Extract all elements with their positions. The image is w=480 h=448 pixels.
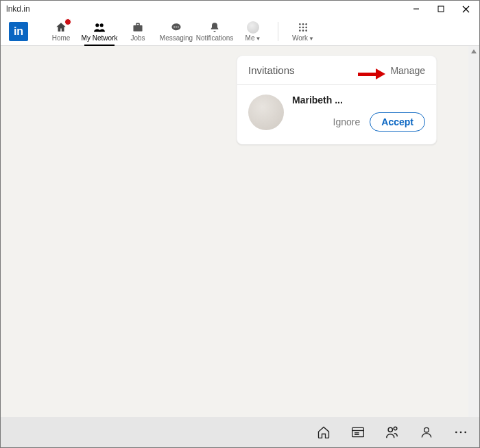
taskbar-home-icon[interactable] <box>316 425 331 440</box>
linkedin-logo[interactable]: in <box>9 22 28 41</box>
nav-divider <box>278 22 278 41</box>
nav-home[interactable]: Home <box>42 17 80 46</box>
svg-marker-21 <box>471 49 477 53</box>
taskbar-people-icon[interactable] <box>385 425 400 440</box>
svg-point-19 <box>302 29 304 32</box>
grid-icon <box>298 21 309 34</box>
window-minimize-button[interactable] <box>404 1 429 16</box>
svg-rect-6 <box>133 25 142 32</box>
svg-point-13 <box>302 23 304 25</box>
window-close-button[interactable] <box>453 1 478 16</box>
top-nav: in Home My Network Jobs Messaging Notifi… <box>1 17 479 46</box>
svg-rect-22 <box>352 427 364 436</box>
invitations-card: Invitations Manage Maribeth ... Ignore A… <box>237 55 437 145</box>
nav-work[interactable]: Work▼ <box>284 17 322 46</box>
scroll-up-icon[interactable] <box>468 46 479 57</box>
ignore-button[interactable]: Ignore <box>333 116 361 127</box>
content-area: Invitations Manage Maribeth ... Ignore A… <box>1 46 468 417</box>
svg-point-28 <box>424 427 429 432</box>
svg-rect-7 <box>136 23 139 25</box>
invitee-name[interactable]: Maribeth ... <box>292 95 425 105</box>
window-titlebar: lnkd.in <box>1 1 479 17</box>
manage-link[interactable]: Manage <box>390 65 425 76</box>
accept-button[interactable]: Accept <box>370 112 425 132</box>
taskbar-profile-icon[interactable] <box>419 425 434 440</box>
svg-point-9 <box>173 26 175 27</box>
nav-jobs-label: Jobs <box>130 35 145 42</box>
invitations-title: Invitations <box>248 64 295 76</box>
vertical-scrollbar[interactable] <box>468 46 479 417</box>
invitation-row: Maribeth ... Ignore Accept <box>237 85 436 144</box>
annotation-arrow <box>358 69 385 79</box>
svg-point-31 <box>464 432 466 434</box>
nav-me[interactable]: Me▼ <box>234 17 272 46</box>
home-icon <box>55 21 67 34</box>
nav-messaging-label: Messaging <box>160 35 193 42</box>
nav-notifications-label: Notifications <box>196 35 233 42</box>
svg-point-11 <box>178 26 179 27</box>
svg-point-27 <box>394 427 397 430</box>
svg-point-29 <box>455 432 457 434</box>
svg-point-16 <box>302 26 304 28</box>
nav-me-label: Me▼ <box>245 35 261 42</box>
nav-my-network[interactable]: My Network <box>80 17 119 46</box>
svg-point-5 <box>100 23 104 27</box>
svg-point-15 <box>299 26 301 28</box>
svg-point-17 <box>305 26 307 28</box>
nav-notifications[interactable]: Notifications <box>195 17 234 46</box>
svg-point-20 <box>305 29 307 32</box>
nav-my-network-label: My Network <box>82 35 118 42</box>
svg-point-10 <box>176 26 177 27</box>
briefcase-icon <box>132 21 144 34</box>
people-icon <box>93 21 106 34</box>
window-controls <box>404 1 478 16</box>
taskbar-more-icon[interactable] <box>453 425 468 440</box>
nav-messaging[interactable]: Messaging <box>157 17 195 46</box>
bottom-taskbar <box>1 417 479 447</box>
chat-icon <box>170 21 182 34</box>
svg-rect-1 <box>438 6 444 12</box>
svg-point-4 <box>95 23 99 27</box>
nav-home-label: Home <box>52 35 71 42</box>
nav-work-label: Work▼ <box>292 35 314 42</box>
taskbar-news-icon[interactable] <box>350 425 365 440</box>
invitee-avatar[interactable] <box>248 95 284 130</box>
svg-point-30 <box>460 432 462 434</box>
notification-badge <box>64 18 71 25</box>
svg-point-18 <box>299 29 301 32</box>
svg-point-12 <box>299 23 301 25</box>
invitations-header: Invitations Manage <box>237 56 436 85</box>
window-maximize-button[interactable] <box>429 1 453 16</box>
svg-point-14 <box>305 23 307 25</box>
bell-icon <box>209 21 220 34</box>
window-title: lnkd.in <box>6 4 30 14</box>
svg-point-26 <box>388 427 392 432</box>
avatar-icon <box>247 21 259 34</box>
nav-jobs[interactable]: Jobs <box>119 17 157 46</box>
